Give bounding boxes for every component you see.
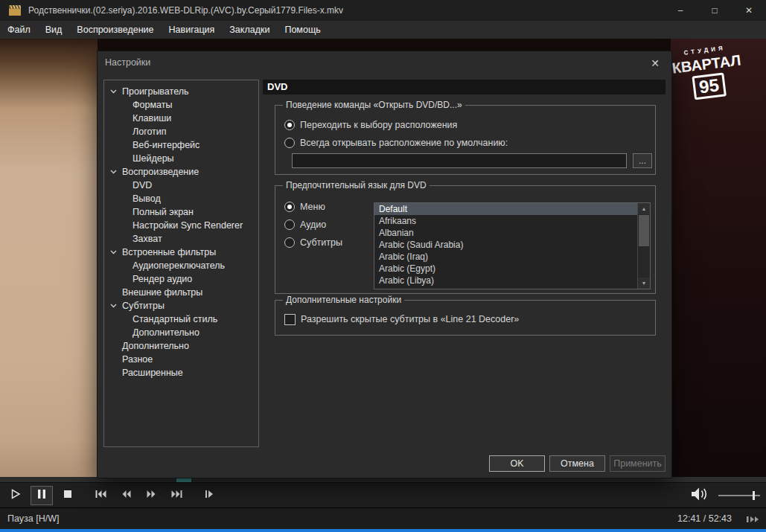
video-frame-left — [0, 39, 98, 482]
menu-navigate[interactable]: Навигация — [162, 21, 223, 39]
menu-bookmarks[interactable]: Закладки — [222, 21, 277, 39]
tree-item-subtitles-advanced[interactable]: Дополнительно — [104, 326, 258, 339]
menu-file[interactable]: Файл — [0, 21, 38, 39]
tree-item-fullscreen[interactable]: Полный экран — [104, 205, 258, 219]
tree-item-dvd[interactable]: DVD — [104, 179, 258, 192]
scrollbar-up-icon[interactable]: ▲ — [638, 203, 650, 214]
radio-audio-language[interactable]: Аудио — [284, 219, 326, 231]
language-listbox: Default Afrikaans Albanian Arabic (Saudi… — [374, 202, 651, 289]
tree-item-label: Веб-интерфейс — [133, 140, 200, 150]
skip-forward-button[interactable] — [164, 485, 189, 506]
tree-item-player[interactable]: Проигрыватель — [104, 85, 258, 98]
listbox-scrollbar[interactable]: ▲ ▼ — [637, 203, 650, 289]
tree-item-shaders[interactable]: Шейдеры — [104, 152, 258, 165]
tree-item-label: Клавиши — [133, 113, 171, 124]
language-option[interactable]: Default — [374, 203, 650, 215]
menu-help[interactable]: Помощь — [277, 21, 328, 39]
volume-thumb[interactable] — [753, 491, 755, 500]
browse-button[interactable]: ... — [633, 153, 652, 168]
pause-button[interactable] — [31, 486, 53, 505]
tree-item-label: Разное — [122, 354, 153, 365]
tree-item-label: Субтитры — [122, 301, 165, 311]
tree-item-keys[interactable]: Клавиши — [104, 112, 258, 125]
tree-item-expert[interactable]: Расширенные — [104, 366, 258, 379]
tree-item-subtitles[interactable]: Субтитры — [104, 299, 258, 313]
dialog-title: Настройки — [105, 57, 150, 68]
tree-item-label: Воспроизведение — [122, 167, 199, 177]
tree-item-label: Проигрыватель — [122, 86, 188, 97]
tree-item-audio-switcher[interactable]: Аудиопереключатель — [104, 259, 258, 272]
page-title: DVD — [263, 80, 666, 94]
rewind-button[interactable] — [113, 485, 138, 506]
tree-item-advanced[interactable]: Дополнительно — [104, 339, 258, 353]
language-option[interactable]: Arabic (Libya) — [374, 275, 650, 286]
tree-item-internal-filters[interactable]: Встроенные фильтры — [104, 246, 258, 259]
chevron-down-icon[interactable] — [110, 246, 122, 259]
tree-item-label: Вывод — [133, 193, 161, 204]
volume-slider[interactable] — [718, 490, 760, 501]
dialog-close-icon[interactable]: ✕ — [648, 56, 663, 71]
tree-item-label: Стандартный стиль — [133, 314, 217, 324]
stop-button[interactable] — [55, 485, 80, 506]
tree-item-playback[interactable]: Воспроизведение — [104, 165, 258, 179]
tree-item-capture[interactable]: Захват — [104, 232, 258, 246]
volume-icon[interactable] — [690, 487, 709, 504]
menu-bar: Файл Вид Воспроизведение Навигация Закла… — [0, 21, 766, 39]
menu-playback[interactable]: Воспроизведение — [69, 21, 161, 39]
language-option[interactable]: Arabic (Egypt) — [374, 263, 650, 275]
language-option[interactable]: Afrikaans — [374, 215, 650, 227]
play-icon — [10, 488, 22, 503]
radio-always-open-default[interactable]: Всегда открывать расположение по умолчан… — [284, 137, 508, 149]
tree-item-logo[interactable]: Логотип — [104, 125, 258, 138]
menu-view[interactable]: Вид — [38, 21, 70, 39]
chevron-down-icon[interactable] — [110, 165, 122, 179]
scrollbar-down-icon[interactable]: ▼ — [638, 278, 650, 289]
apply-button[interactable]: Применить — [610, 455, 666, 472]
ok-button[interactable]: OK — [489, 455, 545, 472]
cancel-button[interactable]: Отмена — [549, 455, 605, 472]
pause-icon — [36, 488, 48, 503]
group-title: Дополнительные настройки — [283, 295, 404, 305]
group-title: Предпочтительный язык для DVD — [283, 180, 430, 190]
radio-unchecked-icon — [284, 237, 295, 248]
tree-item-web-interface[interactable]: Веб-интерфейс — [104, 138, 258, 152]
language-option[interactable]: Arabic (Iraq) — [374, 251, 650, 263]
tree-item-sync-renderer[interactable]: Настройки Sync Renderer — [104, 219, 258, 232]
minimize-button[interactable]: – — [663, 0, 698, 21]
language-option[interactable]: Arabic (Saudi Arabia) — [374, 239, 650, 251]
radio-label: Всегда открывать расположение по умолчан… — [300, 138, 508, 148]
skip-back-icon — [95, 488, 107, 503]
tree-item-misc[interactable]: Разное — [104, 353, 258, 366]
radio-menu-language[interactable]: Меню — [284, 201, 325, 213]
settings-tree: Проигрыватель Форматы Клавиши Логотип Ве… — [103, 80, 259, 447]
language-option[interactable]: Albanian — [374, 227, 650, 239]
tree-item-formats[interactable]: Форматы — [104, 98, 258, 112]
frame-step-button[interactable] — [197, 485, 222, 506]
fast-forward-button[interactable] — [138, 485, 164, 506]
radio-label: Аудио — [300, 219, 326, 230]
scrollbar-thumb[interactable] — [639, 215, 649, 246]
maximize-button[interactable]: □ — [698, 0, 732, 21]
tree-item-output[interactable]: Вывод — [104, 192, 258, 205]
tree-item-default-style[interactable]: Стандартный стиль — [104, 313, 258, 326]
video-frame-right: СТУДИЯ КВАРТАЛ 95 — [671, 39, 766, 482]
radio-goto-location[interactable]: Переходить к выбору расположения — [284, 119, 457, 131]
settings-page-dvd: DVD Поведение команды «Открыть DVD/BD...… — [263, 80, 666, 447]
checkbox-unchecked-icon — [284, 314, 296, 325]
close-button[interactable]: ✕ — [732, 0, 766, 21]
title-bar: Родственнички.(02.seriya).2016.WEB-DLRip… — [0, 0, 766, 21]
skip-forward-icon — [170, 488, 183, 503]
playback-state-text: Пауза [H/W] — [7, 513, 59, 524]
tree-item-external-filters[interactable]: Внешние фильтры — [104, 286, 258, 299]
tree-item-audio-renderer[interactable]: Рендер аудио — [104, 272, 258, 286]
chevron-down-icon[interactable] — [110, 85, 122, 98]
play-button[interactable] — [3, 485, 28, 506]
radio-checked-icon — [284, 202, 295, 212]
tree-item-label: Дополнительно — [133, 327, 200, 338]
checkbox-line21-decoder[interactable]: Разрешить скрытые субтитры в «Line 21 De… — [284, 313, 519, 325]
chevron-down-icon[interactable] — [110, 299, 122, 313]
radio-subtitles-language[interactable]: Субтитры — [284, 237, 342, 249]
skip-back-button[interactable] — [88, 485, 113, 506]
default-location-input[interactable] — [292, 153, 627, 168]
group-additional-settings: Дополнительные настройки Разрешить скрыт… — [275, 300, 656, 336]
